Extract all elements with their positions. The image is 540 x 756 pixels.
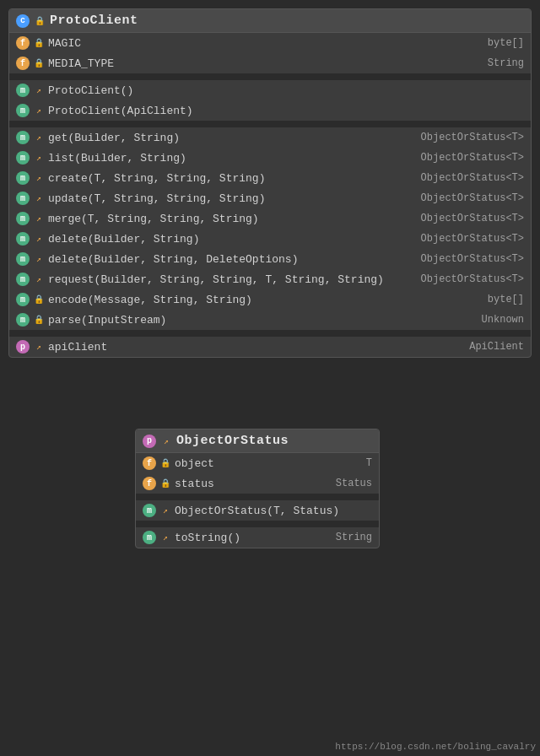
table-row: m ↗ list(Builder, String) ObjectOrStatus… [9, 148, 531, 168]
link-icon: ↗ [34, 85, 44, 95]
field-type: Status [336, 478, 372, 489]
table-row: f 🔒 MAGIC byte[] [9, 33, 531, 53]
field-name: status [175, 478, 332, 490]
constructor-name: ProtoClient() [48, 84, 524, 97]
class-badge-c: c [16, 14, 30, 28]
link-icon: ↗ [34, 342, 44, 352]
object-or-status-title: ObjectOrStatus [176, 434, 289, 448]
link-icon: ↗ [34, 132, 44, 143]
lock-icon-header: 🔒 [35, 16, 45, 26]
link-icon: ↗ [34, 105, 44, 116]
table-row: m 🔒 parse(InputStream) Unknown [9, 310, 531, 330]
method-badge-m: m [143, 531, 156, 544]
method-name: delete(Builder, String) [48, 233, 417, 246]
section-separator [9, 121, 531, 127]
methods-section: m ↗ get(Builder, String) ObjectOrStatus<… [9, 127, 531, 330]
method-name: list(Builder, String) [48, 152, 417, 165]
lock-icon: 🔒 [34, 38, 44, 48]
table-row: m 🔒 encode(Message, String, String) byte… [9, 289, 531, 310]
lock-icon: 🔒 [34, 315, 44, 325]
table-row: m ↗ delete(Builder, String) ObjectOrStat… [9, 229, 531, 249]
table-row: m ↗ delete(Builder, String, DeleteOption… [9, 249, 531, 269]
link-icon: ↗ [34, 234, 44, 244]
method-return-type: ObjectOrStatus<T> [421, 233, 524, 245]
object-or-status-wrapper: p ↗ ObjectOrStatus f 🔒 object T f 🔒 stat… [135, 429, 380, 548]
method-badge-m: m [16, 171, 30, 185]
method-badge-m: m [16, 273, 30, 286]
table-row: m ↗ create(T, String, String, String) Ob… [9, 168, 531, 188]
method-return-type: ObjectOrStatus<T> [421, 172, 524, 184]
lock-icon: 🔒 [34, 294, 44, 305]
table-row: m ↗ get(Builder, String) ObjectOrStatus<… [9, 127, 531, 148]
method-return-type: ObjectOrStatus<T> [421, 132, 524, 143]
field-badge-f: f [16, 36, 30, 50]
link-icon: ↗ [34, 173, 44, 183]
method-badge-m: m [143, 504, 156, 517]
object-or-status-card: p ↗ ObjectOrStatus f 🔒 object T f 🔒 stat… [135, 429, 380, 548]
method-name: create(T, String, String, String) [48, 172, 417, 185]
table-row: m ↗ ProtoClient(ApiClient) [9, 100, 531, 121]
method-name: toString() [175, 532, 332, 544]
method-return-type: byte[] [488, 294, 524, 305]
link-icon: ↗ [161, 436, 171, 446]
table-row: p ↗ apiClient ApiClient [9, 337, 531, 357]
lock-icon: 🔒 [160, 478, 170, 489]
proto-client-header: c 🔒 ProtoClient [9, 9, 531, 33]
field-name: object [175, 457, 362, 470]
method-badge-m: m [16, 151, 30, 165]
method-return-type: ObjectOrStatus<T> [421, 273, 524, 285]
table-row: m ↗ merge(T, String, String, String) Obj… [9, 208, 531, 229]
field-type: T [366, 457, 372, 469]
field-badge-f: f [143, 477, 156, 490]
properties-section: p ↗ apiClient ApiClient [9, 337, 531, 357]
proto-client-title: ProtoClient [50, 14, 138, 28]
fields-section: f 🔒 MAGIC byte[] f 🔒 MEDIA_TYPE String [9, 33, 531, 73]
field-type: String [488, 57, 524, 69]
table-row: f 🔒 status Status [136, 473, 379, 494]
constructor-name: ObjectOrStatus(T, Status) [175, 505, 372, 517]
method-return-type: ObjectOrStatus<T> [421, 213, 524, 224]
field-name: MEDIA_TYPE [48, 57, 483, 70]
field-type: byte[] [488, 37, 524, 49]
method-badge-m: m [16, 84, 30, 97]
method-return-type: ObjectOrStatus<T> [421, 253, 524, 265]
property-name: apiClient [48, 341, 465, 354]
proto-client-card: c 🔒 ProtoClient f 🔒 MAGIC byte[] f 🔒 MED… [8, 8, 532, 358]
method-badge-m: m [16, 192, 30, 205]
table-row: m ↗ ProtoClient() [9, 80, 531, 100]
section-separator [9, 330, 531, 337]
method-return-type: Unknown [482, 314, 524, 326]
object-or-status-header: p ↗ ObjectOrStatus [136, 429, 379, 453]
table-row: f 🔒 object T [136, 453, 379, 473]
watermark: https://blog.csdn.net/boling_cavalry [335, 742, 536, 752]
table-row: m ↗ update(T, String, String, String) Ob… [9, 188, 531, 208]
section-separator [9, 73, 531, 80]
link-icon: ↗ [34, 193, 44, 203]
link-icon: ↗ [34, 213, 44, 224]
method-badge-m: m [16, 131, 30, 144]
field-badge-f: f [16, 57, 30, 70]
method-name: parse(InputStream) [48, 314, 478, 327]
link-icon: ↗ [34, 254, 44, 264]
table-row: m ↗ toString() String [136, 527, 379, 548]
section-separator [136, 521, 379, 527]
method-return-type: ObjectOrStatus<T> [421, 152, 524, 164]
property-type: ApiClient [469, 341, 524, 353]
link-icon: ↗ [34, 153, 44, 163]
constructor-name: ProtoClient(ApiClient) [48, 105, 524, 117]
method-name: request(Builder, String, String, T, Stri… [48, 273, 417, 286]
method-badge-m: m [16, 252, 30, 266]
method-return-type: String [336, 532, 372, 543]
oos-methods-section: m ↗ toString() String [136, 527, 379, 548]
lock-icon: 🔒 [160, 458, 170, 468]
link-icon: ↗ [34, 274, 44, 284]
link-icon: ↗ [160, 532, 170, 543]
constructors-section: m ↗ ProtoClient() m ↗ ProtoClient(ApiCli… [9, 80, 531, 121]
method-badge-m: m [16, 293, 30, 306]
table-row: m ↗ request(Builder, String, String, T, … [9, 269, 531, 289]
property-badge-p: p [16, 340, 30, 354]
table-row: m ↗ ObjectOrStatus(T, Status) [136, 500, 379, 521]
connector-area [8, 361, 532, 429]
lock-icon: 🔒 [34, 58, 44, 68]
oos-fields-section: f 🔒 object T f 🔒 status Status [136, 453, 379, 494]
